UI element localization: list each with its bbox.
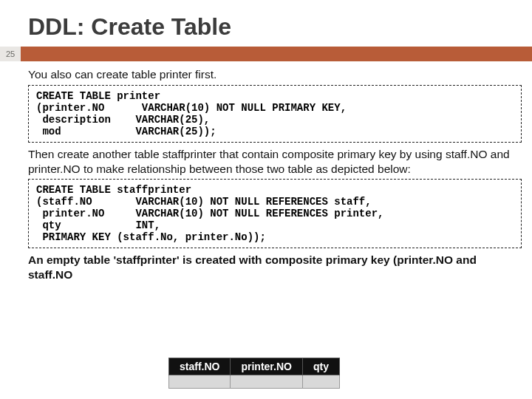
table-cell [169, 375, 231, 389]
result-table-wrap: staff.NO printer.NO qty [168, 358, 340, 389]
col-header: qty [302, 358, 339, 375]
intro-text-1: You also can create table printer first. [28, 67, 522, 82]
content-area: You also can create table printer first.… [0, 61, 532, 282]
slide-title: DDL: Create Table [0, 0, 532, 47]
result-text: An empty table 'staffprinter' is created… [28, 253, 522, 282]
intro-text-2: Then create another table staffprinter t… [28, 147, 522, 177]
result-table: staff.NO printer.NO qty [168, 358, 340, 389]
col-header: printer.NO [231, 358, 302, 375]
code-block-1: CREATE TABLE printer (printer.NO VARCHAR… [28, 85, 522, 143]
table-header-row: staff.NO printer.NO qty [169, 358, 340, 375]
page-number-badge: 25 [0, 47, 21, 61]
table-cell [231, 375, 302, 389]
accent-stripe: 25 [0, 47, 532, 61]
table-row [169, 375, 340, 389]
table-cell [302, 375, 339, 389]
col-header: staff.NO [169, 358, 231, 375]
code-block-2: CREATE TABLE staffprinter (staff.NO VARC… [28, 179, 522, 248]
